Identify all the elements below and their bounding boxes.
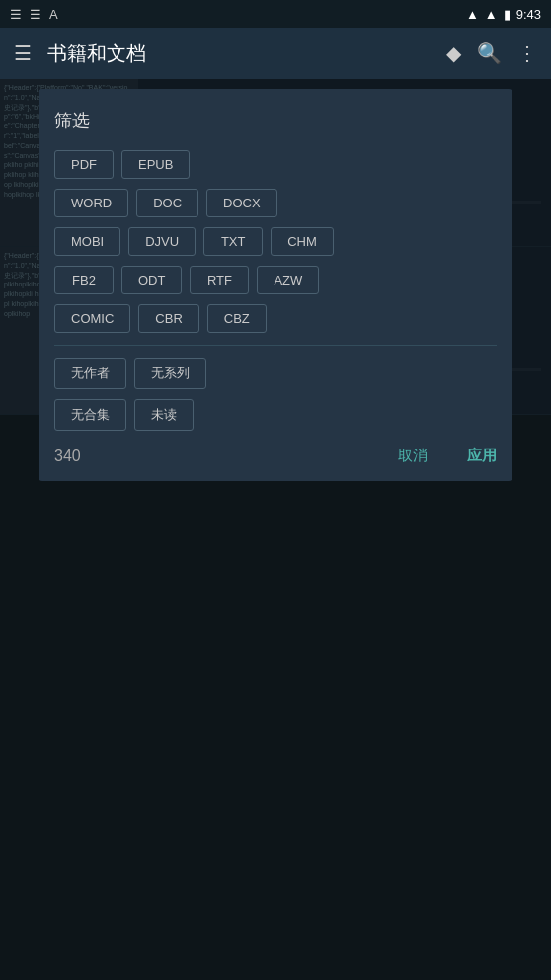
notification-icon-3: A [49,7,58,22]
filter-row-tags-2: 无合集 未读 [54,399,497,431]
filter-btn-txt[interactable]: TXT [203,227,263,256]
filter-count: 340 [54,448,81,465]
filter-divider [54,345,497,346]
filter-btn-rtf[interactable]: RTF [190,266,249,294]
filter-footer-actions: 取消 应用 [398,447,497,465]
content-area: {"Header":{"Platform":"No","BAK":"versio… [0,79,551,980]
status-left-icons: ☰ ☰ A [10,7,58,22]
filter-btn-azw[interactable]: AZW [257,266,319,294]
filter-row-formats-4: FB2 ODT RTF AZW [54,266,497,294]
more-icon[interactable]: ⋮ [517,41,537,65]
filter-btn-no-collection[interactable]: 无合集 [54,399,126,431]
toolbar: ☰ 书籍和文档 ◆ 🔍 ⋮ [0,28,551,79]
menu-icon[interactable]: ☰ [14,41,32,65]
filter-row-formats-3: MOBI DJVU TXT CHM [54,227,497,256]
filter-btn-cbr[interactable]: CBR [138,304,198,333]
filter-row-tags-1: 无作者 无系列 [54,358,497,389]
toolbar-title: 书籍和文档 [47,41,431,67]
time-display: 9:43 [516,7,541,22]
wifi-icon: ▲ [466,7,479,22]
filter-btn-chm[interactable]: CHM [271,227,334,256]
notification-icon-2: ☰ [30,7,41,22]
filter-cancel-button[interactable]: 取消 [398,447,428,465]
filter-btn-pdf[interactable]: PDF [54,150,114,179]
status-bar: ☰ ☰ A ▲ ▲ ▮ 9:43 [0,0,551,28]
filter-dialog: 筛选 PDF EPUB WORD DOC DOCX MOBI DJVU TXT … [39,89,512,481]
filter-row-formats-1: PDF EPUB [54,150,497,179]
filter-apply-button[interactable]: 应用 [467,447,497,465]
diamond-icon[interactable]: ◆ [446,41,461,65]
filter-btn-docx[interactable]: DOCX [206,189,277,217]
filter-btn-comic[interactable]: COMIC [54,304,130,333]
filter-title: 筛选 [54,109,497,132]
filter-btn-no-author[interactable]: 无作者 [54,358,126,389]
filter-btn-mobi[interactable]: MOBI [54,227,120,256]
filter-btn-no-series[interactable]: 无系列 [134,358,206,389]
notification-icon-1: ☰ [10,7,22,22]
battery-icon: ▮ [504,7,511,22]
signal-icon: ▲ [485,7,498,22]
filter-btn-epub[interactable]: EPUB [121,150,190,179]
filter-row-formats-5: COMIC CBR CBZ [54,304,497,333]
filter-btn-unread[interactable]: 未读 [134,399,194,431]
filter-btn-cbz[interactable]: CBZ [207,304,267,333]
search-icon[interactable]: 🔍 [477,41,502,65]
filter-btn-djvu[interactable]: DJVU [128,227,196,256]
filter-btn-odt[interactable]: ODT [121,266,182,294]
status-right-icons: ▲ ▲ ▮ 9:43 [466,7,541,22]
filter-btn-word[interactable]: WORD [54,189,128,217]
filter-btn-fb2[interactable]: FB2 [54,266,114,294]
filter-overlay: 筛选 PDF EPUB WORD DOC DOCX MOBI DJVU TXT … [0,79,551,980]
filter-row-formats-2: WORD DOC DOCX [54,189,497,217]
filter-btn-doc[interactable]: DOC [136,189,198,217]
filter-footer: 340 取消 应用 [54,447,497,465]
